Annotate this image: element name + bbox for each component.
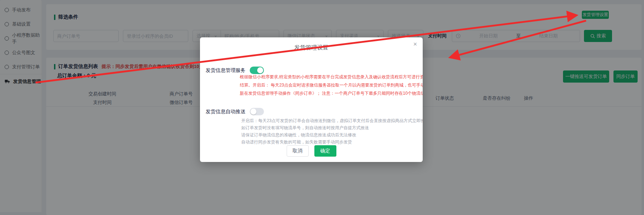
- toggle-knob: [257, 67, 263, 73]
- auto-push-description: 开启后：每天23点可发货的订单会自动推送到微信，虚拟订单支付后会直接按虚拟商品方…: [241, 117, 423, 146]
- shipping-info-service-label: 发货信息管理服务: [200, 67, 245, 74]
- cancel-button[interactable]: 取消: [287, 145, 309, 157]
- confirm-button[interactable]: 确定: [314, 145, 336, 157]
- close-icon[interactable]: ×: [413, 41, 417, 47]
- service-description-line: 结算。开启后： 每天23点会定时请求微信服务器拉取一个月以内需要发货的订单到商城…: [240, 81, 423, 89]
- auto-push-description-line: 如订单发货时没有填写物流单号，则自动推送时按用户自提方式推送: [241, 124, 423, 131]
- service-description: 根据微信小程序要求,特定类型的小程序需要在平台完成发货信息录入及确认收货流程后方…: [240, 73, 423, 98]
- auto-push-description-line: 开启后：每天23点可发货的订单会自动推送到微信，虚拟订单支付后会直接按虚拟商品方…: [241, 117, 423, 124]
- app-window: 手动发布 基础设置 小程序数据助手 公众号图文 支付管理订单 发货信息管理: [0, 0, 644, 215]
- auto-push-label: 发货信息自动推送: [200, 109, 245, 115]
- dialog-title: 发货管理设置: [200, 44, 423, 52]
- auto-push-description-line: 自动进行同步发货有失败的可能，如失败需要手动同步发货: [241, 138, 423, 146]
- service-description-line: 新在发货信息管理手动操作《同步订单》； 注意：一个商户订单号下最多只能同时存在1…: [240, 89, 423, 98]
- auto-push-description-line: 请保证订单物流信息的准确性，物流信息推送成功后无法修改: [241, 131, 423, 138]
- shipping-manage-settings-dialog: 发货管理设置 × 发货信息管理服务 根据微信小程序要求,特定类型的小程序需要在平…: [200, 37, 423, 162]
- auto-push-toggle[interactable]: [250, 108, 264, 115]
- toggle-knob: [250, 109, 256, 115]
- service-description-line: 根据微信小程序要求,特定类型的小程序需要在平台完成发货信息录入及确认收货流程后方…: [240, 73, 423, 81]
